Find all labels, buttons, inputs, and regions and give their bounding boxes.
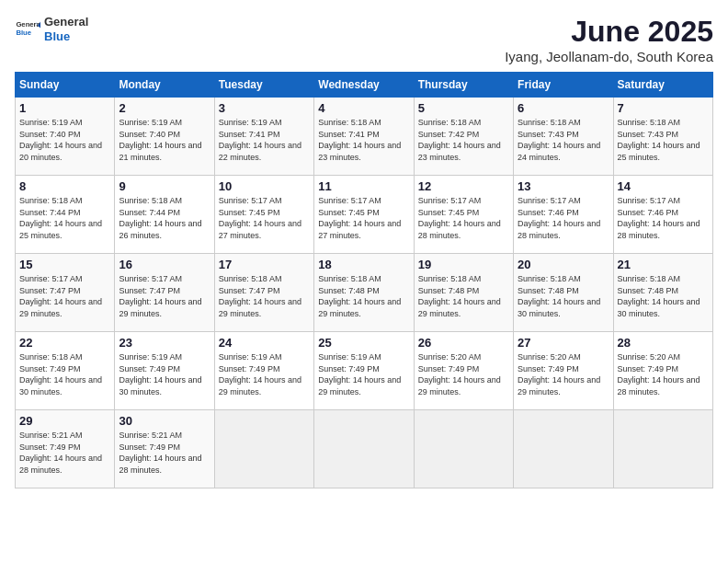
- day-cell-8: 8Sunrise: 5:18 AMSunset: 7:44 PMDaylight…: [16, 176, 115, 254]
- calendar-header-row: SundayMondayTuesdayWednesdayThursdayFrid…: [16, 73, 713, 98]
- day-cell-10: 10Sunrise: 5:17 AMSunset: 7:45 PMDayligh…: [214, 176, 313, 254]
- day-number: 18: [318, 258, 409, 271]
- day-cell-27: 27Sunrise: 5:20 AMSunset: 7:49 PMDayligh…: [514, 332, 613, 410]
- day-info: Sunrise: 5:21 AMSunset: 7:49 PMDaylight:…: [19, 430, 110, 476]
- empty-cell: [414, 410, 513, 488]
- empty-cell: [314, 410, 414, 488]
- day-cell-18: 18Sunrise: 5:18 AMSunset: 7:48 PMDayligh…: [314, 254, 414, 332]
- day-info: Sunrise: 5:18 AMSunset: 7:48 PMDaylight:…: [418, 273, 509, 319]
- day-info: Sunrise: 5:19 AMSunset: 7:40 PMDaylight:…: [19, 117, 110, 163]
- day-number: 2: [119, 101, 210, 115]
- day-number: 13: [518, 179, 609, 193]
- week-row-2: 8Sunrise: 5:18 AMSunset: 7:44 PMDaylight…: [16, 176, 713, 254]
- day-number: 15: [19, 258, 110, 271]
- day-number: 30: [119, 414, 210, 428]
- day-info: Sunrise: 5:20 AMSunset: 7:49 PMDaylight:…: [518, 351, 609, 397]
- day-info: Sunrise: 5:18 AMSunset: 7:42 PMDaylight:…: [418, 117, 509, 163]
- day-info: Sunrise: 5:17 AMSunset: 7:46 PMDaylight:…: [518, 195, 609, 241]
- day-cell-22: 22Sunrise: 5:18 AMSunset: 7:49 PMDayligh…: [16, 332, 115, 410]
- day-number: 24: [219, 336, 310, 350]
- logo-blue: Blue: [44, 29, 88, 44]
- day-number: 29: [19, 414, 110, 428]
- day-cell-7: 7Sunrise: 5:18 AMSunset: 7:43 PMDaylight…: [613, 98, 712, 176]
- day-cell-14: 14Sunrise: 5:17 AMSunset: 7:46 PMDayligh…: [613, 176, 712, 254]
- day-info: Sunrise: 5:18 AMSunset: 7:48 PMDaylight:…: [618, 273, 709, 319]
- day-number: 14: [618, 179, 709, 193]
- day-cell-25: 25Sunrise: 5:19 AMSunset: 7:49 PMDayligh…: [314, 332, 414, 410]
- col-header-saturday: Saturday: [613, 73, 712, 98]
- svg-text:Blue: Blue: [16, 28, 31, 36]
- day-info: Sunrise: 5:18 AMSunset: 7:49 PMDaylight:…: [19, 351, 110, 397]
- day-number: 21: [618, 258, 709, 271]
- day-cell-13: 13Sunrise: 5:17 AMSunset: 7:46 PMDayligh…: [514, 176, 613, 254]
- calendar-title: June 2025: [505, 15, 713, 49]
- day-number: 19: [418, 258, 509, 271]
- day-cell-30: 30Sunrise: 5:21 AMSunset: 7:49 PMDayligh…: [115, 410, 214, 488]
- day-cell-1: 1Sunrise: 5:19 AMSunset: 7:40 PMDaylight…: [16, 98, 115, 176]
- day-number: 1: [19, 101, 110, 115]
- day-number: 12: [418, 179, 509, 193]
- day-cell-21: 21Sunrise: 5:18 AMSunset: 7:48 PMDayligh…: [613, 254, 712, 332]
- logo-general: General: [44, 15, 88, 29]
- col-header-sunday: Sunday: [16, 73, 115, 98]
- day-number: 28: [618, 336, 709, 350]
- title-block: June 2025 Iyang, Jeollanam-do, South Kor…: [505, 15, 713, 64]
- day-cell-24: 24Sunrise: 5:19 AMSunset: 7:49 PMDayligh…: [214, 332, 313, 410]
- day-info: Sunrise: 5:18 AMSunset: 7:47 PMDaylight:…: [219, 273, 310, 319]
- day-cell-19: 19Sunrise: 5:18 AMSunset: 7:48 PMDayligh…: [414, 254, 513, 332]
- week-row-1: 1Sunrise: 5:19 AMSunset: 7:40 PMDaylight…: [16, 98, 713, 176]
- day-info: Sunrise: 5:19 AMSunset: 7:49 PMDaylight:…: [318, 351, 409, 397]
- day-number: 22: [19, 336, 110, 350]
- logo: General Blue General Blue: [15, 15, 88, 43]
- day-cell-4: 4Sunrise: 5:18 AMSunset: 7:41 PMDaylight…: [314, 98, 414, 176]
- col-header-monday: Monday: [115, 73, 214, 98]
- day-number: 10: [219, 179, 310, 193]
- col-header-wednesday: Wednesday: [314, 73, 414, 98]
- day-info: Sunrise: 5:18 AMSunset: 7:48 PMDaylight:…: [518, 273, 609, 319]
- day-info: Sunrise: 5:17 AMSunset: 7:46 PMDaylight:…: [618, 195, 709, 241]
- day-info: Sunrise: 5:19 AMSunset: 7:49 PMDaylight:…: [219, 351, 310, 397]
- page-header: General Blue General Blue June 2025 Iyan…: [15, 15, 713, 64]
- day-cell-9: 9Sunrise: 5:18 AMSunset: 7:44 PMDaylight…: [115, 176, 214, 254]
- day-cell-5: 5Sunrise: 5:18 AMSunset: 7:42 PMDaylight…: [414, 98, 513, 176]
- day-cell-6: 6Sunrise: 5:18 AMSunset: 7:43 PMDaylight…: [514, 98, 613, 176]
- col-header-tuesday: Tuesday: [214, 73, 313, 98]
- day-cell-2: 2Sunrise: 5:19 AMSunset: 7:40 PMDaylight…: [115, 98, 214, 176]
- week-row-5: 29Sunrise: 5:21 AMSunset: 7:49 PMDayligh…: [16, 410, 713, 488]
- day-cell-16: 16Sunrise: 5:17 AMSunset: 7:47 PMDayligh…: [115, 254, 214, 332]
- day-info: Sunrise: 5:18 AMSunset: 7:44 PMDaylight:…: [19, 195, 110, 241]
- day-info: Sunrise: 5:21 AMSunset: 7:49 PMDaylight:…: [119, 430, 210, 476]
- day-info: Sunrise: 5:20 AMSunset: 7:49 PMDaylight:…: [418, 351, 509, 397]
- col-header-thursday: Thursday: [414, 73, 513, 98]
- day-info: Sunrise: 5:19 AMSunset: 7:40 PMDaylight:…: [119, 117, 210, 163]
- calendar-table: SundayMondayTuesdayWednesdayThursdayFrid…: [15, 72, 713, 488]
- day-info: Sunrise: 5:18 AMSunset: 7:41 PMDaylight:…: [318, 117, 409, 163]
- day-number: 9: [119, 179, 210, 193]
- day-cell-23: 23Sunrise: 5:19 AMSunset: 7:49 PMDayligh…: [115, 332, 214, 410]
- day-cell-20: 20Sunrise: 5:18 AMSunset: 7:48 PMDayligh…: [514, 254, 613, 332]
- day-info: Sunrise: 5:18 AMSunset: 7:44 PMDaylight:…: [119, 195, 210, 241]
- day-cell-15: 15Sunrise: 5:17 AMSunset: 7:47 PMDayligh…: [16, 254, 115, 332]
- day-cell-26: 26Sunrise: 5:20 AMSunset: 7:49 PMDayligh…: [414, 332, 513, 410]
- day-info: Sunrise: 5:17 AMSunset: 7:47 PMDaylight:…: [119, 273, 210, 319]
- svg-text:General: General: [16, 20, 40, 29]
- empty-cell: [214, 410, 313, 488]
- day-number: 26: [418, 336, 509, 350]
- day-cell-17: 17Sunrise: 5:18 AMSunset: 7:47 PMDayligh…: [214, 254, 313, 332]
- day-info: Sunrise: 5:18 AMSunset: 7:48 PMDaylight:…: [318, 273, 409, 319]
- day-info: Sunrise: 5:19 AMSunset: 7:49 PMDaylight:…: [119, 351, 210, 397]
- day-cell-3: 3Sunrise: 5:19 AMSunset: 7:41 PMDaylight…: [214, 98, 313, 176]
- day-number: 16: [119, 258, 210, 271]
- empty-cell: [613, 410, 712, 488]
- day-cell-12: 12Sunrise: 5:17 AMSunset: 7:45 PMDayligh…: [414, 176, 513, 254]
- day-info: Sunrise: 5:20 AMSunset: 7:49 PMDaylight:…: [618, 351, 709, 397]
- calendar-subtitle: Iyang, Jeollanam-do, South Korea: [505, 49, 713, 64]
- day-number: 5: [418, 101, 509, 115]
- day-cell-28: 28Sunrise: 5:20 AMSunset: 7:49 PMDayligh…: [613, 332, 712, 410]
- day-number: 11: [318, 179, 409, 193]
- day-info: Sunrise: 5:17 AMSunset: 7:45 PMDaylight:…: [318, 195, 409, 241]
- day-info: Sunrise: 5:18 AMSunset: 7:43 PMDaylight:…: [518, 117, 609, 163]
- day-number: 17: [219, 258, 310, 271]
- day-number: 27: [518, 336, 609, 350]
- day-info: Sunrise: 5:17 AMSunset: 7:45 PMDaylight:…: [418, 195, 509, 241]
